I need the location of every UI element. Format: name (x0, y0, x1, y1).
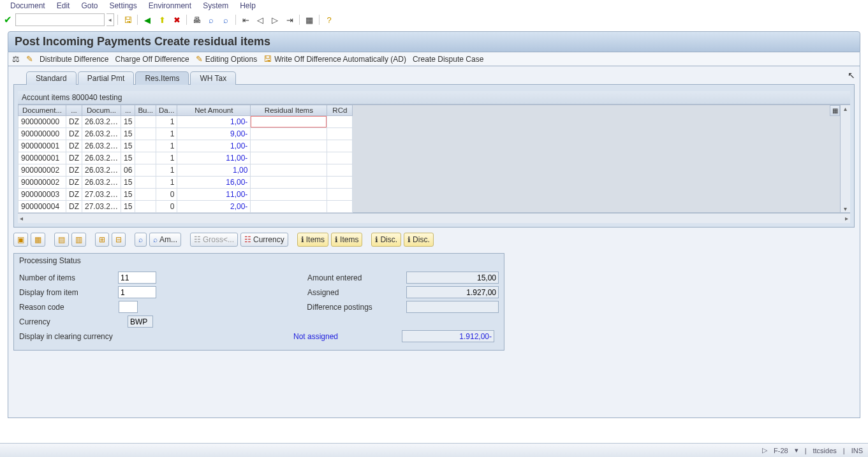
col-blank1[interactable]: ... (66, 105, 82, 116)
gross-icon: ☷ (194, 235, 201, 244)
separator (299, 15, 300, 25)
items-table: Document... ... Docum... ... Bu... Da...… (18, 105, 353, 213)
editing-options[interactable]: ✎Editing Options (196, 54, 257, 64)
currency-icon: ☷ (244, 235, 251, 244)
find-next-icon[interactable]: ⌕ (219, 14, 232, 25)
col-bu[interactable]: Bu... (135, 105, 156, 116)
not-assigned-field (402, 330, 494, 342)
tab-partial-pmt[interactable]: Partial Pmt (78, 71, 135, 85)
enter-icon[interactable]: ✔ (4, 14, 12, 25)
print-icon[interactable]: 🖶 (190, 14, 203, 25)
not-assigned-label: Not assigned (293, 332, 402, 341)
first-page-icon[interactable]: ⇤ (239, 14, 252, 25)
table-row[interactable]: 900000002DZ26.03.2…0611,00 (18, 164, 353, 177)
cancel-icon[interactable]: ✖ (170, 14, 183, 25)
items1-button[interactable]: ℹItems (297, 233, 328, 247)
application-toolbar: ⚖ ✎ Distribute Difference Charge Off Dif… (8, 52, 860, 66)
col-document[interactable]: Document... (18, 105, 66, 116)
main-container: Standard Partial Pmt Res.Items WH Tax Ac… (8, 66, 860, 418)
find-button[interactable]: ⌕ (135, 233, 147, 247)
vertical-scrollbar[interactable]: ▴▾ (840, 105, 850, 212)
menu-edit[interactable]: Edit (57, 1, 70, 10)
disc2-button[interactable]: ℹDisc. (404, 233, 434, 247)
create-dispute-case[interactable]: Create Dispute Case (413, 55, 483, 64)
horizontal-scrollbar[interactable]: ◂▸ (18, 213, 850, 223)
col-rcd[interactable]: RCd (327, 105, 353, 116)
col-blank2[interactable]: ... (121, 105, 135, 116)
pick-icon: ⚖ (12, 54, 20, 64)
separator (319, 15, 320, 25)
table-row[interactable]: 900000000DZ26.03.2…1519,00- (18, 128, 353, 140)
menu-document[interactable]: Document (10, 1, 45, 10)
tab-standard[interactable]: Standard (26, 71, 77, 85)
exit-icon[interactable]: ⬆ (156, 14, 168, 25)
col-net-amount[interactable]: Net Amount (177, 105, 251, 116)
table-row[interactable]: 900000001DZ26.03.2…15111,00- (18, 152, 353, 164)
candle-icon: ℹ (335, 235, 338, 244)
save-icon[interactable]: 🖫 (121, 14, 134, 25)
display-from-label: Display from item (19, 288, 118, 297)
gross-button[interactable]: ☷Gross<... (190, 233, 238, 247)
dropdown-icon[interactable]: ▾ (795, 446, 798, 454)
table-config-icon[interactable]: ▦ (830, 105, 840, 116)
delete-button[interactable]: ⊟ (112, 233, 126, 247)
table-row[interactable]: 900000004DZ27.03.2…1502,00- (18, 201, 353, 213)
num-items-label: Number of items (19, 273, 118, 282)
col-docum[interactable]: Docum... (82, 105, 121, 116)
reason-code-field[interactable] (119, 301, 138, 313)
processing-status-panel: Processing Status Number of items Amount… (13, 253, 504, 351)
separator (137, 15, 138, 25)
separator (117, 15, 118, 25)
page-title: Post Incoming Payments Create residual i… (8, 31, 860, 52)
menu-goto[interactable]: Goto (81, 1, 98, 10)
delete-icon: ⊟ (115, 235, 122, 244)
menu-system[interactable]: System (203, 1, 228, 10)
tab-wh-tax[interactable]: WH Tax (190, 71, 236, 85)
items2-button[interactable]: ℹItems (331, 233, 362, 247)
tab-res-items[interactable]: Res.Items (135, 71, 189, 85)
disc1-button[interactable]: ℹDisc. (371, 233, 401, 247)
menu-environment[interactable]: Environment (149, 1, 191, 10)
table-row[interactable]: 900000000DZ26.03.2…1511,00- (18, 116, 353, 128)
charge-off-difference[interactable]: Charge Off Difference (115, 55, 189, 64)
diff-post-field (406, 301, 499, 313)
find-icon[interactable]: ⌕ (205, 14, 217, 25)
tcode-indicator: ▷ (762, 446, 767, 454)
pencil-ruler-icon: ✎ (26, 54, 33, 64)
candle-icon: ℹ (408, 235, 411, 244)
menu-help[interactable]: Help (240, 1, 256, 10)
select-row-button[interactable]: ▣ (13, 233, 28, 247)
display-from-field[interactable] (118, 286, 156, 298)
back-icon[interactable]: ◀ (141, 14, 154, 25)
table-row[interactable]: 900000003DZ27.03.2…15011,00- (18, 189, 353, 201)
icon-button-2[interactable]: ✎ (26, 54, 33, 64)
write-off-difference[interactable]: 🖫Write Off Difference Automatically (AD) (263, 54, 406, 64)
menu-settings[interactable]: Settings (109, 1, 136, 10)
col-residual-items[interactable]: Residual Items (251, 105, 327, 116)
insert-button[interactable]: ⊞ (95, 233, 109, 247)
grid-caption: Account items 800040 testing (18, 91, 850, 105)
num-items-field[interactable] (118, 272, 156, 284)
insert-icon: ⊞ (99, 235, 105, 244)
deselect-all-button[interactable]: ▥ (71, 233, 86, 247)
col-da[interactable]: Da... (156, 105, 177, 116)
deselect-button[interactable]: ▤ (54, 233, 69, 247)
last-page-icon[interactable]: ⇥ (283, 14, 296, 25)
candle-icon: ℹ (301, 235, 304, 244)
assigned-field (406, 286, 499, 298)
currency-button[interactable]: ☷Currency (240, 233, 288, 247)
new-session-icon[interactable]: ▦ (303, 14, 316, 25)
icon-button-1[interactable]: ⚖ (12, 54, 20, 64)
am-button[interactable]: ⌕Am... (149, 233, 181, 247)
prev-page-icon[interactable]: ◁ (254, 14, 267, 25)
table-row[interactable]: 900000001DZ26.03.2…1511,00- (18, 140, 353, 152)
select-all-button[interactable]: ▦ (31, 233, 45, 247)
command-dropdown-icon[interactable]: ◂ (107, 13, 114, 26)
next-page-icon[interactable]: ▷ (268, 14, 281, 25)
help-icon[interactable]: ? (323, 14, 335, 25)
grid-filler: ▦ ▴▾ (353, 105, 850, 213)
command-field[interactable] (15, 13, 105, 26)
table-row[interactable]: 900000002DZ26.03.2…15116,00- (18, 177, 353, 189)
disk-icon: 🖫 (263, 54, 272, 64)
distribute-difference[interactable]: Distribute Difference (40, 55, 109, 64)
